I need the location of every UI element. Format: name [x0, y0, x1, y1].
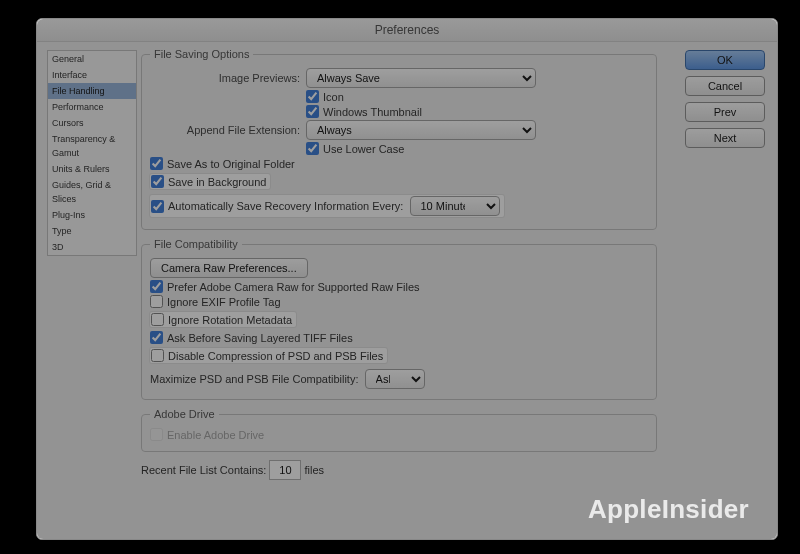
save-as-orig-row: Save As to Original Folder — [150, 157, 648, 170]
main-panel: File Saving Options Image Previews: Alwa… — [141, 48, 657, 482]
autosave-label: Automatically Save Recovery Information … — [168, 200, 403, 212]
cancel-button[interactable]: Cancel — [685, 76, 765, 96]
ignore-exif-row: Ignore EXIF Profile Tag — [150, 295, 648, 308]
save-as-original-checkbox[interactable] — [150, 157, 163, 170]
window-body: GeneralInterfaceFile HandlingPerformance… — [37, 42, 777, 60]
camera-raw-prefs-button[interactable]: Camera Raw Preferences... — [150, 258, 308, 278]
adobe-drive-legend: Adobe Drive — [150, 408, 219, 420]
sidebar-item-file-handling[interactable]: File Handling — [48, 83, 136, 99]
sidebar-item-units-rulers[interactable]: Units & Rulers — [48, 161, 136, 177]
sidebar-item-plug-ins[interactable]: Plug-Ins — [48, 207, 136, 223]
watermark: AppleInsider — [588, 494, 749, 525]
save-in-background-checkbox[interactable] — [151, 175, 164, 188]
sidebar-item-performance[interactable]: Performance — [48, 99, 136, 115]
dialog-buttons: OK Cancel Prev Next — [685, 50, 765, 154]
save-as-original-label: Save As to Original Folder — [167, 158, 295, 170]
ok-button[interactable]: OK — [685, 50, 765, 70]
ask-before-tiff-label: Ask Before Saving Layered TIFF Files — [167, 332, 353, 344]
next-button[interactable]: Next — [685, 128, 765, 148]
sidebar-item-general[interactable]: General — [48, 51, 136, 67]
sidebar-item-type[interactable]: Type — [48, 223, 136, 239]
sidebar-item-interface[interactable]: Interface — [48, 67, 136, 83]
sidebar-item-transparency-gamut[interactable]: Transparency & Gamut — [48, 131, 136, 161]
use-lower-case-label: Use Lower Case — [323, 143, 404, 155]
enable-adobe-drive-row: Enable Adobe Drive — [150, 428, 648, 441]
win-thumb-row: Windows Thumbnail — [306, 105, 648, 118]
preferences-window: Preferences GeneralInterfaceFile Handlin… — [36, 18, 778, 540]
ask-tiff-row: Ask Before Saving Layered TIFF Files — [150, 331, 648, 344]
enable-adobe-drive-label: Enable Adobe Drive — [167, 429, 264, 441]
sidebar-item-3d[interactable]: 3D — [48, 239, 136, 255]
prev-button[interactable]: Prev — [685, 102, 765, 122]
enable-adobe-drive-checkbox — [150, 428, 163, 441]
save-in-background-row: Save in Background — [150, 174, 270, 189]
windows-thumbnail-label: Windows Thumbnail — [323, 106, 422, 118]
window-title: Preferences — [37, 19, 777, 42]
adobe-drive-group: Adobe Drive Enable Adobe Drive — [141, 408, 657, 452]
use-lower-case-checkbox[interactable] — [306, 142, 319, 155]
fc-legend: File Compatibility — [150, 238, 242, 250]
fso-legend: File Saving Options — [150, 48, 253, 60]
prefer-adobe-camera-raw-checkbox[interactable] — [150, 280, 163, 293]
prefer-raw-row: Prefer Adobe Camera Raw for Supported Ra… — [150, 280, 648, 293]
disable-compression-label: Disable Compression of PSD and PSB Files — [168, 350, 383, 362]
max-compat-select[interactable]: Ask — [365, 369, 425, 389]
append-ext-select[interactable]: Always — [306, 120, 536, 140]
icon-checkbox[interactable] — [306, 90, 319, 103]
autosave-checkbox[interactable] — [151, 200, 164, 213]
append-ext-label: Append File Extension: — [150, 124, 306, 136]
autosave-row: Automatically Save Recovery Information … — [150, 195, 504, 217]
ignore-rotation-metadata-label: Ignore Rotation Metadata — [168, 314, 292, 326]
sidebar-item-guides-grid-slices[interactable]: Guides, Grid & Slices — [48, 177, 136, 207]
ignore-rotation-row: Ignore Rotation Metadata — [150, 312, 296, 327]
file-compatibility-group: File Compatibility Camera Raw Preference… — [141, 238, 657, 400]
recent-files-row: Recent File List Contains: files — [141, 460, 657, 480]
use-lower-row: Use Lower Case — [306, 142, 648, 155]
sidebar-item-cursors[interactable]: Cursors — [48, 115, 136, 131]
disable-compression-checkbox[interactable] — [151, 349, 164, 362]
windows-thumbnail-checkbox[interactable] — [306, 105, 319, 118]
icon-checkbox-label: Icon — [323, 91, 344, 103]
ignore-exif-label: Ignore EXIF Profile Tag — [167, 296, 281, 308]
ignore-exif-checkbox[interactable] — [150, 295, 163, 308]
disable-compression-row: Disable Compression of PSD and PSB Files — [150, 348, 387, 363]
category-sidebar: GeneralInterfaceFile HandlingPerformance… — [47, 50, 137, 256]
recent-files-count-input[interactable] — [269, 460, 301, 480]
icon-checkbox-row: Icon — [306, 90, 648, 103]
save-in-background-label: Save in Background — [168, 176, 266, 188]
image-previews-select[interactable]: Always Save — [306, 68, 536, 88]
autosave-interval-select[interactable]: 10 Minutes — [410, 196, 500, 216]
prefer-adobe-camera-raw-label: Prefer Adobe Camera Raw for Supported Ra… — [167, 281, 420, 293]
recent-files-suffix: files — [304, 464, 324, 476]
file-saving-options-group: File Saving Options Image Previews: Alwa… — [141, 48, 657, 230]
recent-files-prefix: Recent File List Contains: — [141, 464, 266, 476]
max-compat-label: Maximize PSD and PSB File Compatibility: — [150, 373, 358, 385]
image-previews-label: Image Previews: — [150, 72, 306, 84]
ask-before-tiff-checkbox[interactable] — [150, 331, 163, 344]
ignore-rotation-metadata-checkbox[interactable] — [151, 313, 164, 326]
